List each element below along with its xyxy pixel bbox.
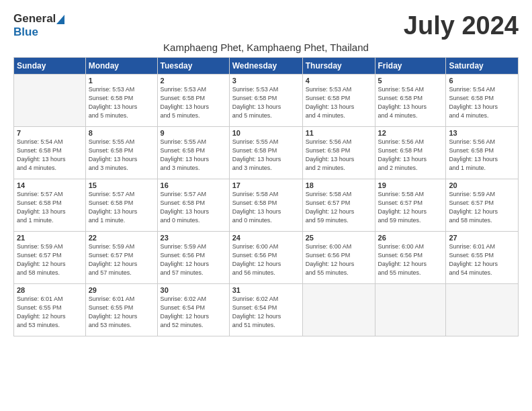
day-info: Sunrise: 5:56 AM Sunset: 6:58 PM Dayligh… [306, 138, 372, 173]
day-info: Sunrise: 5:58 AM Sunset: 6:58 PM Dayligh… [232, 190, 300, 225]
col-friday: Friday [375, 57, 446, 74]
day-info: Sunrise: 5:59 AM Sunset: 6:57 PM Dayligh… [89, 242, 154, 277]
day-cell: 17Sunrise: 5:58 AM Sunset: 6:58 PM Dayli… [229, 179, 302, 231]
day-number: 15 [89, 181, 154, 189]
day-info: Sunrise: 6:01 AM Sunset: 6:55 PM Dayligh… [89, 295, 154, 330]
day-number: 21 [17, 234, 83, 242]
day-cell: 14Sunrise: 5:57 AM Sunset: 6:58 PM Dayli… [14, 179, 86, 231]
day-cell [375, 283, 446, 336]
week-row-4: 28Sunrise: 6:01 AM Sunset: 6:55 PM Dayli… [14, 283, 519, 336]
col-sunday: Sunday [14, 57, 86, 74]
day-number: 1 [89, 77, 154, 85]
day-info: Sunrise: 5:58 AM Sunset: 6:57 PM Dayligh… [306, 190, 372, 225]
day-info: Sunrise: 6:00 AM Sunset: 6:56 PM Dayligh… [306, 242, 372, 277]
day-cell: 2Sunrise: 5:53 AM Sunset: 6:58 PM Daylig… [157, 74, 229, 126]
day-cell: 15Sunrise: 5:57 AM Sunset: 6:58 PM Dayli… [85, 179, 157, 231]
col-wednesday: Wednesday [229, 57, 302, 74]
day-number: 12 [378, 129, 443, 137]
day-cell: 20Sunrise: 5:59 AM Sunset: 6:57 PM Dayli… [446, 179, 519, 231]
day-cell [446, 283, 519, 336]
header: General Blue July 2024 [13, 12, 519, 40]
col-tuesday: Tuesday [157, 57, 229, 74]
svg-marker-0 [56, 15, 64, 24]
day-info: Sunrise: 5:53 AM Sunset: 6:58 PM Dayligh… [161, 85, 226, 120]
logo-blue: Blue [13, 26, 38, 38]
day-number: 31 [232, 286, 300, 294]
subtitle: Kamphaeng Phet, Kamphaeng Phet, Thailand [13, 42, 519, 53]
day-number: 24 [232, 234, 300, 242]
col-monday: Monday [85, 57, 157, 74]
day-number: 4 [306, 77, 372, 85]
day-number: 10 [232, 129, 300, 137]
page: General Blue July 2024 Kamphaeng Phet, K… [0, 0, 532, 343]
header-row: Sunday Monday Tuesday Wednesday Thursday… [14, 57, 519, 74]
day-cell: 6Sunrise: 5:54 AM Sunset: 6:58 PM Daylig… [446, 74, 519, 126]
day-info: Sunrise: 6:00 AM Sunset: 6:56 PM Dayligh… [232, 242, 300, 277]
day-cell: 7Sunrise: 5:54 AM Sunset: 6:58 PM Daylig… [14, 126, 86, 179]
day-number: 7 [17, 129, 83, 137]
day-cell: 29Sunrise: 6:01 AM Sunset: 6:55 PM Dayli… [85, 283, 157, 336]
day-number: 29 [89, 286, 154, 294]
day-info: Sunrise: 5:53 AM Sunset: 6:58 PM Dayligh… [306, 85, 372, 120]
day-number: 13 [449, 129, 515, 137]
week-row-1: 7Sunrise: 5:54 AM Sunset: 6:58 PM Daylig… [14, 126, 519, 179]
day-info: Sunrise: 5:53 AM Sunset: 6:58 PM Dayligh… [89, 85, 154, 120]
day-cell: 25Sunrise: 6:00 AM Sunset: 6:56 PM Dayli… [302, 231, 375, 283]
day-info: Sunrise: 6:02 AM Sunset: 6:54 PM Dayligh… [232, 295, 300, 330]
day-cell: 18Sunrise: 5:58 AM Sunset: 6:57 PM Dayli… [302, 179, 375, 231]
day-info: Sunrise: 5:54 AM Sunset: 6:58 PM Dayligh… [17, 138, 83, 173]
week-row-0: 1Sunrise: 5:53 AM Sunset: 6:58 PM Daylig… [14, 74, 519, 126]
week-row-2: 14Sunrise: 5:57 AM Sunset: 6:58 PM Dayli… [14, 179, 519, 231]
day-info: Sunrise: 5:57 AM Sunset: 6:58 PM Dayligh… [17, 190, 83, 225]
day-cell: 13Sunrise: 5:56 AM Sunset: 6:58 PM Dayli… [446, 126, 519, 179]
day-info: Sunrise: 6:01 AM Sunset: 6:55 PM Dayligh… [17, 295, 83, 330]
day-cell [302, 283, 375, 336]
day-number: 5 [378, 77, 443, 85]
day-info: Sunrise: 5:57 AM Sunset: 6:58 PM Dayligh… [161, 190, 226, 225]
week-row-3: 21Sunrise: 5:59 AM Sunset: 6:57 PM Dayli… [14, 231, 519, 283]
day-info: Sunrise: 5:54 AM Sunset: 6:58 PM Dayligh… [449, 85, 515, 120]
day-cell: 21Sunrise: 5:59 AM Sunset: 6:57 PM Dayli… [14, 231, 86, 283]
day-cell: 24Sunrise: 6:00 AM Sunset: 6:56 PM Dayli… [229, 231, 302, 283]
day-info: Sunrise: 5:59 AM Sunset: 6:57 PM Dayligh… [449, 190, 515, 225]
day-number: 22 [89, 234, 154, 242]
day-number: 28 [17, 286, 83, 294]
day-number: 16 [161, 181, 226, 189]
day-number: 19 [378, 181, 443, 189]
day-number: 11 [306, 129, 372, 137]
day-cell [14, 74, 86, 126]
day-info: Sunrise: 5:55 AM Sunset: 6:58 PM Dayligh… [89, 138, 154, 173]
day-number: 17 [232, 181, 300, 189]
day-cell: 28Sunrise: 6:01 AM Sunset: 6:55 PM Dayli… [14, 283, 86, 336]
day-cell: 16Sunrise: 5:57 AM Sunset: 6:58 PM Dayli… [157, 179, 229, 231]
day-number: 9 [161, 129, 226, 137]
day-info: Sunrise: 5:56 AM Sunset: 6:58 PM Dayligh… [378, 138, 443, 173]
logo-general: General [13, 12, 56, 26]
day-cell: 5Sunrise: 5:54 AM Sunset: 6:58 PM Daylig… [375, 74, 446, 126]
day-info: Sunrise: 5:53 AM Sunset: 6:58 PM Dayligh… [232, 85, 300, 120]
day-cell: 31Sunrise: 6:02 AM Sunset: 6:54 PM Dayli… [229, 283, 302, 336]
day-info: Sunrise: 5:57 AM Sunset: 6:58 PM Dayligh… [89, 190, 154, 225]
day-number: 20 [449, 181, 515, 189]
day-info: Sunrise: 6:02 AM Sunset: 6:54 PM Dayligh… [161, 295, 226, 330]
day-cell: 30Sunrise: 6:02 AM Sunset: 6:54 PM Dayli… [157, 283, 229, 336]
day-cell: 26Sunrise: 6:00 AM Sunset: 6:56 PM Dayli… [375, 231, 446, 283]
day-number: 14 [17, 181, 83, 189]
day-cell: 11Sunrise: 5:56 AM Sunset: 6:58 PM Dayli… [302, 126, 375, 179]
logo: General Blue [13, 12, 64, 39]
day-cell: 12Sunrise: 5:56 AM Sunset: 6:58 PM Dayli… [375, 126, 446, 179]
month-title: July 2024 [404, 12, 519, 40]
day-number: 27 [449, 234, 515, 242]
day-cell: 8Sunrise: 5:55 AM Sunset: 6:58 PM Daylig… [85, 126, 157, 179]
day-cell: 22Sunrise: 5:59 AM Sunset: 6:57 PM Dayli… [85, 231, 157, 283]
calendar-table: Sunday Monday Tuesday Wednesday Thursday… [13, 57, 519, 336]
day-cell: 19Sunrise: 5:58 AM Sunset: 6:57 PM Dayli… [375, 179, 446, 231]
day-cell: 4Sunrise: 5:53 AM Sunset: 6:58 PM Daylig… [302, 74, 375, 126]
day-cell: 9Sunrise: 5:55 AM Sunset: 6:58 PM Daylig… [157, 126, 229, 179]
day-info: Sunrise: 6:00 AM Sunset: 6:56 PM Dayligh… [378, 242, 443, 277]
col-saturday: Saturday [446, 57, 519, 74]
day-number: 18 [306, 181, 372, 189]
day-info: Sunrise: 5:59 AM Sunset: 6:56 PM Dayligh… [161, 242, 226, 277]
day-info: Sunrise: 5:55 AM Sunset: 6:58 PM Dayligh… [232, 138, 300, 173]
logo-triangle-icon [56, 13, 64, 25]
